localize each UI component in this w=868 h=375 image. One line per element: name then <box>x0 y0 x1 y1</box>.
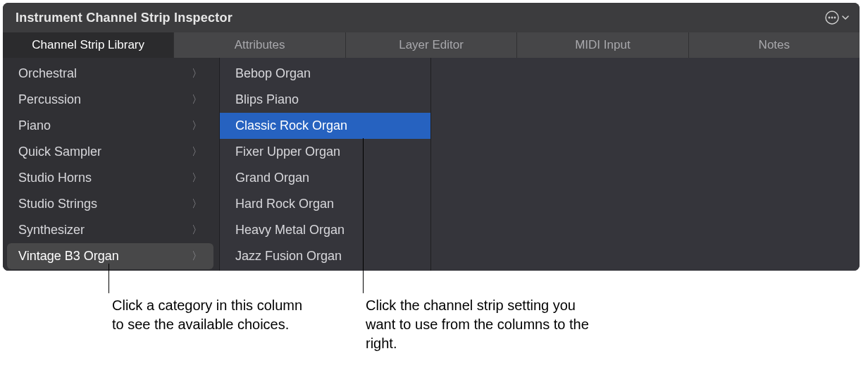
preset-item[interactable]: Blips Piano <box>220 87 430 113</box>
category-label: Piano <box>18 118 51 133</box>
preset-item[interactable]: Hard Rock Organ <box>220 191 430 217</box>
chevron-down-icon <box>841 13 850 22</box>
category-label: Synthesizer <box>18 223 85 238</box>
preset-label: Fixer Upper Organ <box>235 145 340 159</box>
preset-item[interactable]: Fixer Upper Organ <box>220 139 430 165</box>
category-label: Vintage B3 Organ <box>18 249 119 264</box>
category-label: Studio Strings <box>18 197 97 211</box>
library-browser: Orchestral 〉 Percussion 〉 Piano 〉 Quick … <box>3 58 860 271</box>
category-item-selected[interactable]: Vintage B3 Organ 〉 <box>7 243 213 269</box>
preset-item[interactable]: Bebop Organ <box>220 61 430 87</box>
svg-point-2 <box>831 17 833 19</box>
tab-midi-input[interactable]: MIDI Input <box>517 32 688 58</box>
preset-item[interactable]: Grand Organ <box>220 165 430 191</box>
tab-bar: Channel Strip Library Attributes Layer E… <box>3 32 860 58</box>
chevron-right-icon: 〉 <box>192 250 202 263</box>
panel-header: Instrument Channel Strip Inspector <box>3 3 860 32</box>
chevron-right-icon: 〉 <box>192 119 202 133</box>
tab-channel-strip-library[interactable]: Channel Strip Library <box>3 32 174 58</box>
panel-title: Instrument Channel Strip Inspector <box>16 11 232 25</box>
panel-options-button[interactable] <box>824 10 850 25</box>
callout-leader-line <box>108 264 109 293</box>
chevron-right-icon: 〉 <box>192 197 202 211</box>
category-label: Quick Sampler <box>18 145 101 159</box>
chevron-right-icon: 〉 <box>192 67 202 80</box>
category-label: Percussion <box>18 92 81 107</box>
category-item[interactable]: Quick Sampler 〉 <box>7 139 213 165</box>
chevron-right-icon: 〉 <box>192 145 202 159</box>
tab-notes[interactable]: Notes <box>689 32 860 58</box>
preset-label: Classic Rock Organ <box>235 118 347 133</box>
tab-attributes[interactable]: Attributes <box>174 32 345 58</box>
preset-column: Bebop Organ Blips Piano Classic Rock Org… <box>220 58 431 271</box>
preset-label: Bebop Organ <box>235 66 311 81</box>
category-label: Studio Horns <box>18 171 92 185</box>
callout-leader-line <box>363 138 364 293</box>
callout-text: Click a category in this column to see t… <box>112 296 309 334</box>
category-item[interactable]: Piano 〉 <box>7 113 213 139</box>
inspector-panel: Instrument Channel Strip Inspector Chann… <box>3 3 860 271</box>
chevron-right-icon: 〉 <box>192 93 202 106</box>
category-item[interactable]: Percussion 〉 <box>7 87 213 113</box>
category-item[interactable]: Orchestral 〉 <box>7 61 213 87</box>
category-item[interactable]: Synthesizer 〉 <box>7 217 213 243</box>
preset-item[interactable]: Jazz Fusion Organ <box>220 243 430 269</box>
preset-item-selected[interactable]: Classic Rock Organ <box>220 113 430 139</box>
preset-label: Jazz Fusion Organ <box>235 249 342 264</box>
chevron-right-icon: 〉 <box>192 171 202 185</box>
category-column: Orchestral 〉 Percussion 〉 Piano 〉 Quick … <box>3 58 220 271</box>
preset-label: Blips Piano <box>235 92 299 107</box>
callout-text: Click the channel strip setting you want… <box>366 296 605 353</box>
category-item[interactable]: Studio Horns 〉 <box>7 165 213 191</box>
preset-label: Hard Rock Organ <box>235 197 334 211</box>
preset-label: Heavy Metal Organ <box>235 223 345 238</box>
svg-point-1 <box>829 17 831 19</box>
ellipsis-circle-icon <box>824 10 840 25</box>
preset-label: Grand Organ <box>235 171 309 185</box>
annotations-layer: Click a category in this column to see t… <box>3 273 860 372</box>
chevron-right-icon: 〉 <box>192 223 202 237</box>
category-label: Orchestral <box>18 66 77 81</box>
preset-item[interactable]: Heavy Metal Organ <box>220 217 430 243</box>
tab-layer-editor[interactable]: Layer Editor <box>346 32 517 58</box>
svg-point-3 <box>834 17 836 19</box>
category-item[interactable]: Studio Strings 〉 <box>7 191 213 217</box>
